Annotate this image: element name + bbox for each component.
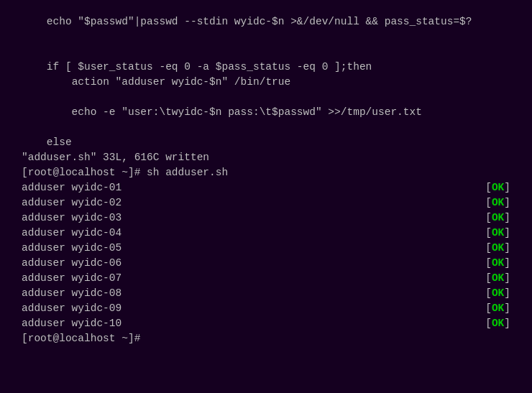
adduser-label-3: adduser wyidc-03 [22,211,187,226]
ok-bracket-open-8: [ [485,286,492,301]
ok-status-2: OK [492,195,504,211]
adduser-label-8: adduser wyidc-08 [22,286,187,301]
ok-bracket-close-7: ] [504,271,510,286]
ok-bracket-open-7: [ [485,271,492,286]
ok-status-7: OK [492,271,504,286]
adduser-row-7: adduser wyidc-07 [ OK ] [22,271,510,286]
ok-bracket-close-9: ] [504,301,510,316]
adduser-row-1: adduser wyidc-01 [ OK ] [22,180,510,195]
code-line-5: else [22,135,510,150]
ok-bracket-open-1: [ [485,180,492,195]
adduser-row-10: adduser wyidc-10 [ OK ] [22,316,510,331]
blank-line-2 [22,45,510,60]
blank-line-4 [22,120,510,135]
ok-bracket-close-5: ] [504,241,510,256]
adduser-label-1: adduser wyidc-01 [22,180,187,195]
blank-line-3 [22,90,510,105]
code-line-4: echo -e "user:\twyidc-$n pass:\t$passwd"… [22,105,510,120]
ok-bracket-open-4: [ [485,226,492,241]
ok-status-5: OK [492,241,504,256]
adduser-label-6: adduser wyidc-06 [22,256,187,271]
adduser-label-2: adduser wyidc-02 [22,195,187,211]
ok-status-9: OK [492,301,504,316]
adduser-label-4: adduser wyidc-04 [22,226,187,241]
blank-line-1 [22,29,510,45]
ok-bracket-close-8: ] [504,286,510,301]
ok-bracket-close-6: ] [504,256,510,271]
ok-status-10: OK [492,316,504,331]
run-command-prompt: [root@localhost ~]# sh adduser.sh [22,165,510,180]
ok-bracket-close-1: ] [504,180,510,195]
ok-status-1: OK [492,180,504,195]
ok-status-3: OK [492,211,504,226]
adduser-row-3: adduser wyidc-03 [ OK ] [22,211,510,226]
file-written-message: "adduser.sh" 33L, 616C written [22,150,510,165]
adduser-row-2: adduser wyidc-02 [ OK ] [22,195,510,211]
code-line-2: if [ $user_status -eq 0 -a $pass_status … [22,60,510,75]
code-line-3: action "adduser wyidc-$n" /bin/true [22,75,510,90]
ok-status-4: OK [492,226,504,241]
ok-status-6: OK [492,256,504,271]
ok-bracket-close-3: ] [504,211,510,226]
ok-bracket-open-2: [ [485,195,492,211]
adduser-row-6: adduser wyidc-06 [ OK ] [22,256,510,271]
ok-bracket-close-4: ] [504,226,510,241]
adduser-label-5: adduser wyidc-05 [22,241,187,256]
terminal-window[interactable]: echo "$passwd"|passwd --stdin wyidc-$n >… [0,0,532,393]
adduser-rows: adduser wyidc-01 [ OK ] adduser wyidc-02… [22,180,510,331]
terminal-content: echo "$passwd"|passwd --stdin wyidc-$n >… [22,14,510,346]
ok-bracket-open-6: [ [485,256,492,271]
ok-bracket-open-5: [ [485,241,492,256]
ok-bracket-open-9: [ [485,301,492,316]
ok-bracket-open-3: [ [485,211,492,226]
code-line-1: echo "$passwd"|passwd --stdin wyidc-$n >… [22,14,510,29]
final-prompt[interactable]: [root@localhost ~]# [22,331,510,346]
adduser-label-9: adduser wyidc-09 [22,301,187,316]
adduser-label-10: adduser wyidc-10 [22,316,187,331]
ok-status-8: OK [492,286,504,301]
adduser-row-8: adduser wyidc-08 [ OK ] [22,286,510,301]
adduser-row-5: adduser wyidc-05 [ OK ] [22,241,510,256]
action-keyword: action [72,76,109,88]
ok-bracket-open-10: [ [485,316,492,331]
adduser-row-4: adduser wyidc-04 [ OK ] [22,226,510,241]
adduser-label-7: adduser wyidc-07 [22,271,187,286]
ok-bracket-close-10: ] [504,316,510,331]
ok-bracket-close-2: ] [504,195,510,211]
adduser-row-9: adduser wyidc-09 [ OK ] [22,301,510,316]
